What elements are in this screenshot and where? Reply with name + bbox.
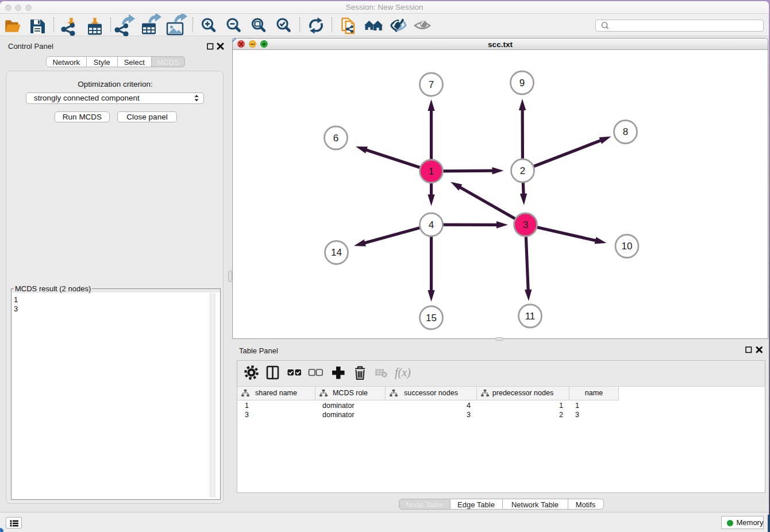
- svg-text:11: 11: [525, 310, 536, 321]
- svg-text:3: 3: [523, 219, 528, 230]
- svg-text:4: 4: [429, 219, 434, 230]
- svg-text:10: 10: [622, 241, 633, 252]
- svg-text:9: 9: [519, 77, 525, 88]
- svg-text:6: 6: [333, 132, 338, 143]
- svg-text:1: 1: [429, 165, 434, 176]
- svg-text:15: 15: [426, 312, 437, 323]
- svg-text:14: 14: [331, 247, 342, 258]
- svg-text:8: 8: [623, 126, 628, 137]
- svg-text:7: 7: [429, 79, 434, 90]
- svg-text:2: 2: [520, 165, 525, 176]
- svg-text:f(x): f(x): [395, 366, 411, 379]
